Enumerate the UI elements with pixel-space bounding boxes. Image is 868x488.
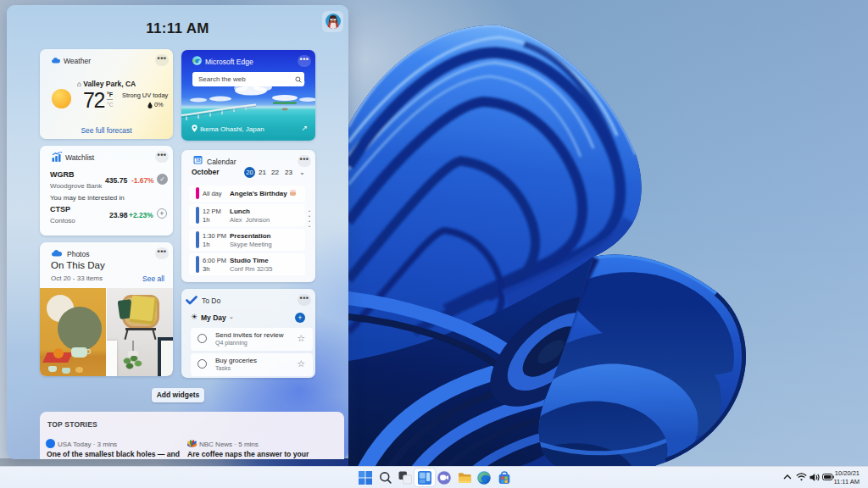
- svg-text:18: 18: [196, 158, 201, 163]
